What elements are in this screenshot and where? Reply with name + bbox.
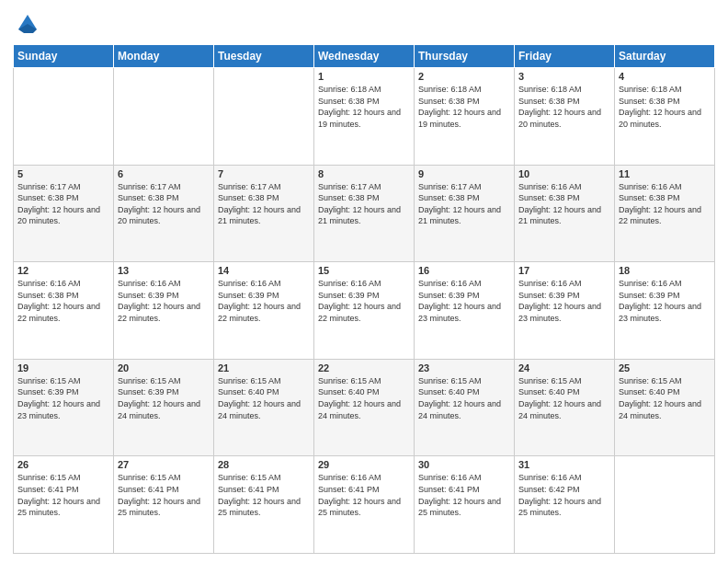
day-info: Sunrise: 6:18 AM Sunset: 6:38 PM Dayligh… (318, 84, 410, 130)
day-number: 2 (418, 71, 510, 82)
day-header-sunday: Sunday (14, 45, 114, 68)
day-info: Sunrise: 6:16 AM Sunset: 6:38 PM Dayligh… (619, 181, 711, 227)
day-info: Sunrise: 6:16 AM Sunset: 6:39 PM Dayligh… (218, 278, 310, 324)
day-info: Sunrise: 6:18 AM Sunset: 6:38 PM Dayligh… (518, 84, 610, 130)
day-number: 17 (518, 265, 610, 276)
day-info: Sunrise: 6:15 AM Sunset: 6:41 PM Dayligh… (17, 472, 109, 518)
calendar-cell: 18Sunrise: 6:16 AM Sunset: 6:39 PM Dayli… (615, 262, 715, 360)
calendar-cell (14, 68, 114, 166)
calendar-cell: 24Sunrise: 6:15 AM Sunset: 6:40 PM Dayli… (515, 359, 615, 456)
day-number: 30 (418, 459, 510, 470)
calendar-cell: 26Sunrise: 6:15 AM Sunset: 6:41 PM Dayli… (14, 456, 114, 554)
page: SundayMondayTuesdayWednesdayThursdayFrid… (0, 0, 728, 563)
week-row-1: 5Sunrise: 6:17 AM Sunset: 6:38 PM Daylig… (14, 165, 715, 262)
day-info: Sunrise: 6:16 AM Sunset: 6:38 PM Dayligh… (17, 278, 109, 324)
calendar-cell: 27Sunrise: 6:15 AM Sunset: 6:41 PM Dayli… (114, 456, 214, 554)
day-number: 25 (619, 362, 711, 373)
calendar-cell: 5Sunrise: 6:17 AM Sunset: 6:38 PM Daylig… (14, 165, 114, 262)
day-header-saturday: Saturday (615, 45, 715, 68)
day-header-thursday: Thursday (415, 45, 515, 68)
day-info: Sunrise: 6:16 AM Sunset: 6:39 PM Dayligh… (518, 278, 610, 324)
day-number: 26 (17, 459, 109, 470)
day-info: Sunrise: 6:16 AM Sunset: 6:39 PM Dayligh… (318, 278, 410, 324)
day-number: 12 (17, 265, 109, 276)
calendar-cell: 8Sunrise: 6:17 AM Sunset: 6:38 PM Daylig… (314, 165, 415, 262)
week-row-0: 1Sunrise: 6:18 AM Sunset: 6:38 PM Daylig… (14, 68, 715, 166)
calendar-cell (214, 68, 314, 166)
day-info: Sunrise: 6:16 AM Sunset: 6:41 PM Dayligh… (418, 472, 510, 518)
day-info: Sunrise: 6:15 AM Sunset: 6:40 PM Dayligh… (418, 375, 510, 421)
day-number: 31 (518, 459, 610, 470)
week-row-3: 19Sunrise: 6:15 AM Sunset: 6:39 PM Dayli… (14, 359, 715, 456)
day-number: 10 (518, 168, 610, 179)
day-info: Sunrise: 6:18 AM Sunset: 6:38 PM Dayligh… (418, 84, 510, 130)
day-info: Sunrise: 6:15 AM Sunset: 6:40 PM Dayligh… (218, 375, 310, 421)
day-number: 21 (218, 362, 310, 373)
calendar-cell: 19Sunrise: 6:15 AM Sunset: 6:39 PM Dayli… (14, 359, 114, 456)
day-info: Sunrise: 6:15 AM Sunset: 6:40 PM Dayligh… (518, 375, 610, 421)
calendar-cell: 7Sunrise: 6:17 AM Sunset: 6:38 PM Daylig… (214, 165, 314, 262)
day-number: 1 (318, 71, 410, 82)
calendar-cell: 16Sunrise: 6:16 AM Sunset: 6:39 PM Dayli… (415, 262, 515, 360)
day-info: Sunrise: 6:16 AM Sunset: 6:41 PM Dayligh… (318, 472, 410, 518)
calendar-cell: 20Sunrise: 6:15 AM Sunset: 6:39 PM Dayli… (114, 359, 214, 456)
day-info: Sunrise: 6:16 AM Sunset: 6:42 PM Dayligh… (518, 472, 610, 518)
day-number: 27 (118, 459, 210, 470)
day-header-friday: Friday (515, 45, 615, 68)
day-number: 28 (218, 459, 310, 470)
calendar-cell: 29Sunrise: 6:16 AM Sunset: 6:41 PM Dayli… (314, 456, 415, 554)
header-row: SundayMondayTuesdayWednesdayThursdayFrid… (14, 45, 715, 68)
day-number: 24 (518, 362, 610, 373)
calendar-cell: 22Sunrise: 6:15 AM Sunset: 6:40 PM Dayli… (314, 359, 415, 456)
logo-icon (15, 11, 40, 37)
calendar-cell (114, 68, 214, 166)
calendar-cell: 21Sunrise: 6:15 AM Sunset: 6:40 PM Dayli… (214, 359, 314, 456)
day-header-monday: Monday (114, 45, 214, 68)
day-header-tuesday: Tuesday (214, 45, 314, 68)
calendar-cell: 14Sunrise: 6:16 AM Sunset: 6:39 PM Dayli… (214, 262, 314, 360)
calendar-table: SundayMondayTuesdayWednesdayThursdayFrid… (13, 44, 715, 554)
day-number: 4 (619, 71, 711, 82)
day-number: 18 (619, 265, 711, 276)
calendar-cell: 3Sunrise: 6:18 AM Sunset: 6:38 PM Daylig… (515, 68, 615, 166)
day-number: 7 (218, 168, 310, 179)
day-info: Sunrise: 6:16 AM Sunset: 6:39 PM Dayligh… (619, 278, 711, 324)
day-info: Sunrise: 6:15 AM Sunset: 6:39 PM Dayligh… (17, 375, 109, 421)
calendar-cell: 30Sunrise: 6:16 AM Sunset: 6:41 PM Dayli… (415, 456, 515, 554)
week-row-4: 26Sunrise: 6:15 AM Sunset: 6:41 PM Dayli… (14, 456, 715, 554)
day-number: 16 (418, 265, 510, 276)
calendar-cell: 28Sunrise: 6:15 AM Sunset: 6:41 PM Dayli… (214, 456, 314, 554)
day-number: 19 (17, 362, 109, 373)
calendar-cell: 2Sunrise: 6:18 AM Sunset: 6:38 PM Daylig… (415, 68, 515, 166)
calendar-cell: 15Sunrise: 6:16 AM Sunset: 6:39 PM Dayli… (314, 262, 415, 360)
day-info: Sunrise: 6:15 AM Sunset: 6:40 PM Dayligh… (619, 375, 711, 421)
calendar-cell: 23Sunrise: 6:15 AM Sunset: 6:40 PM Dayli… (415, 359, 515, 456)
calendar-cell: 17Sunrise: 6:16 AM Sunset: 6:39 PM Dayli… (515, 262, 615, 360)
logo (13, 11, 40, 37)
day-number: 8 (318, 168, 410, 179)
calendar-cell: 1Sunrise: 6:18 AM Sunset: 6:38 PM Daylig… (314, 68, 415, 166)
calendar-cell: 6Sunrise: 6:17 AM Sunset: 6:38 PM Daylig… (114, 165, 214, 262)
day-number: 20 (118, 362, 210, 373)
day-number: 23 (418, 362, 510, 373)
week-row-2: 12Sunrise: 6:16 AM Sunset: 6:38 PM Dayli… (14, 262, 715, 360)
day-number: 15 (318, 265, 410, 276)
day-info: Sunrise: 6:15 AM Sunset: 6:41 PM Dayligh… (218, 472, 310, 518)
calendar-cell: 31Sunrise: 6:16 AM Sunset: 6:42 PM Dayli… (515, 456, 615, 554)
day-info: Sunrise: 6:15 AM Sunset: 6:41 PM Dayligh… (118, 472, 210, 518)
header (13, 11, 715, 37)
day-info: Sunrise: 6:17 AM Sunset: 6:38 PM Dayligh… (318, 181, 410, 227)
day-number: 22 (318, 362, 410, 373)
day-info: Sunrise: 6:17 AM Sunset: 6:38 PM Dayligh… (17, 181, 109, 227)
calendar-cell: 10Sunrise: 6:16 AM Sunset: 6:38 PM Dayli… (515, 165, 615, 262)
day-info: Sunrise: 6:18 AM Sunset: 6:38 PM Dayligh… (619, 84, 711, 130)
day-number: 13 (118, 265, 210, 276)
day-info: Sunrise: 6:16 AM Sunset: 6:39 PM Dayligh… (418, 278, 510, 324)
day-header-wednesday: Wednesday (314, 45, 415, 68)
calendar-cell: 4Sunrise: 6:18 AM Sunset: 6:38 PM Daylig… (615, 68, 715, 166)
calendar-cell: 13Sunrise: 6:16 AM Sunset: 6:39 PM Dayli… (114, 262, 214, 360)
calendar-cell: 9Sunrise: 6:17 AM Sunset: 6:38 PM Daylig… (415, 165, 515, 262)
day-info: Sunrise: 6:16 AM Sunset: 6:38 PM Dayligh… (518, 181, 610, 227)
day-info: Sunrise: 6:15 AM Sunset: 6:39 PM Dayligh… (118, 375, 210, 421)
day-info: Sunrise: 6:15 AM Sunset: 6:40 PM Dayligh… (318, 375, 410, 421)
